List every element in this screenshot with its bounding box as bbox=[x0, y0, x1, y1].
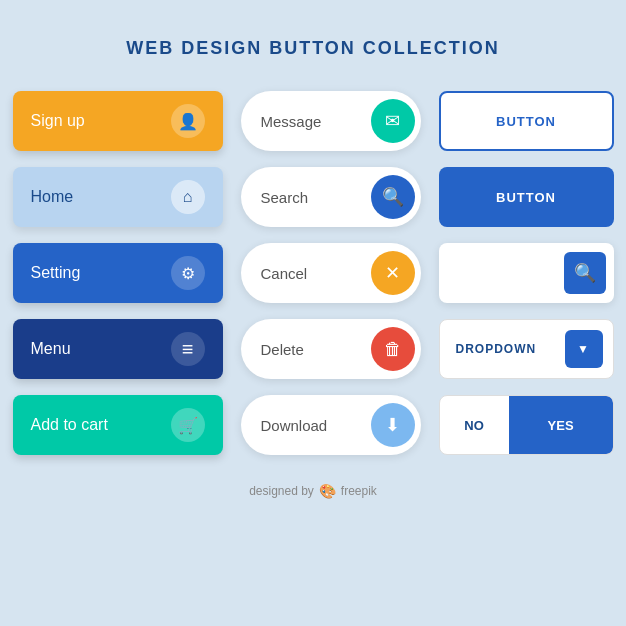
search-bar-button[interactable]: 🔍 bbox=[564, 252, 606, 294]
dropdown-button[interactable]: DROPDOWN ▼ bbox=[439, 319, 614, 379]
page-title: WEB DESIGN BUTTON COLLECTION bbox=[126, 38, 500, 59]
button-grid: Sign up 👤 Message ✉ BUTTON Home ⌂ Search… bbox=[0, 91, 626, 455]
footer-designed: designed by bbox=[249, 484, 314, 498]
dropdown-label: DROPDOWN bbox=[456, 342, 537, 356]
yes-no-button[interactable]: NO YES bbox=[439, 395, 614, 455]
signup-button[interactable]: Sign up 👤 bbox=[13, 91, 223, 151]
cart-icon: 🛒 bbox=[171, 408, 205, 442]
cancel-button[interactable]: Cancel ✕ bbox=[241, 243, 421, 303]
home-icon: ⌂ bbox=[171, 180, 205, 214]
button-solid[interactable]: BUTTON bbox=[439, 167, 614, 227]
button-solid-label: BUTTON bbox=[496, 190, 556, 205]
button-outline-label: BUTTON bbox=[496, 114, 556, 129]
footer: designed by 🎨 freepik bbox=[249, 483, 377, 499]
message-button[interactable]: Message ✉ bbox=[241, 91, 421, 151]
setting-label: Setting bbox=[31, 264, 81, 282]
message-icon: ✉ bbox=[371, 99, 415, 143]
settings-icon: ⚙ bbox=[171, 256, 205, 290]
cancel-label: Cancel bbox=[261, 265, 308, 282]
message-label: Message bbox=[261, 113, 322, 130]
no-button[interactable]: NO bbox=[440, 396, 509, 454]
delete-label: Delete bbox=[261, 341, 304, 358]
menu-label: Menu bbox=[31, 340, 71, 358]
delete-button[interactable]: Delete 🗑 bbox=[241, 319, 421, 379]
search-icon: 🔍 bbox=[371, 175, 415, 219]
cart-label: Add to cart bbox=[31, 416, 108, 434]
freepik-logo-icon: 🎨 bbox=[319, 483, 336, 499]
user-icon: 👤 bbox=[171, 104, 205, 138]
menu-button[interactable]: Menu ≡ bbox=[13, 319, 223, 379]
button-outline[interactable]: BUTTON bbox=[439, 91, 614, 151]
download-label: Download bbox=[261, 417, 328, 434]
setting-button[interactable]: Setting ⚙ bbox=[13, 243, 223, 303]
yes-button[interactable]: YES bbox=[509, 396, 613, 454]
download-icon: ⬇ bbox=[371, 403, 415, 447]
home-button[interactable]: Home ⌂ bbox=[13, 167, 223, 227]
download-button[interactable]: Download ⬇ bbox=[241, 395, 421, 455]
home-label: Home bbox=[31, 188, 74, 206]
cancel-icon: ✕ bbox=[371, 251, 415, 295]
cart-button[interactable]: Add to cart 🛒 bbox=[13, 395, 223, 455]
search-bar-icon: 🔍 bbox=[574, 262, 596, 284]
footer-brand: freepik bbox=[341, 484, 377, 498]
search-button[interactable]: Search 🔍 bbox=[241, 167, 421, 227]
menu-icon: ≡ bbox=[171, 332, 205, 366]
delete-icon: 🗑 bbox=[371, 327, 415, 371]
signup-label: Sign up bbox=[31, 112, 85, 130]
dropdown-arrow-icon: ▼ bbox=[565, 330, 603, 368]
search-label: Search bbox=[261, 189, 309, 206]
search-bar-right: 🔍 bbox=[439, 243, 614, 303]
